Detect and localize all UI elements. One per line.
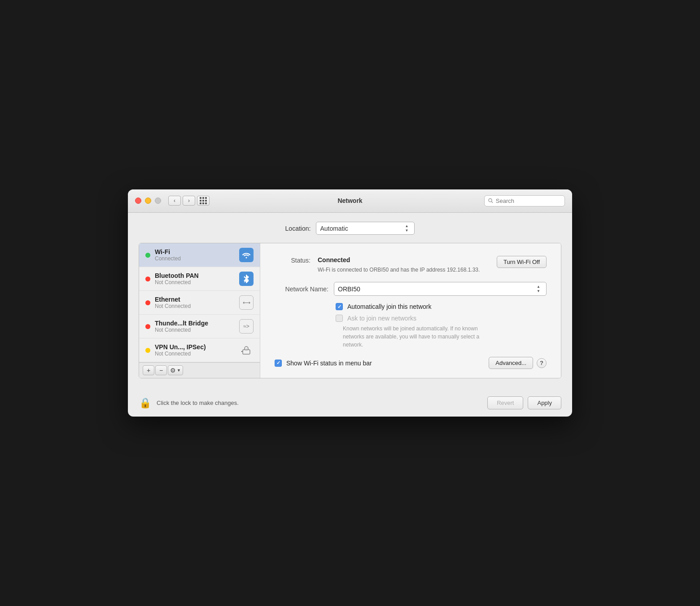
- detail-panel: Status: Connected Wi-Fi is connected to …: [260, 243, 561, 378]
- revert-button[interactable]: Revert: [487, 396, 523, 409]
- network-name-ethernet: Ethernet: [155, 296, 235, 303]
- minimize-button[interactable]: [145, 198, 151, 204]
- thunderbolt-icon: ≈>: [239, 319, 254, 334]
- auto-join-checkbox[interactable]: ✓: [336, 303, 343, 310]
- ask-join-label: Ask to join new networks: [347, 315, 416, 322]
- lock-icon[interactable]: 🔒: [139, 397, 151, 409]
- help-button[interactable]: ?: [537, 358, 547, 368]
- search-input[interactable]: [496, 198, 561, 204]
- sidebar-item-vpn[interactable]: VPN Un..., IPSec) Not Connected: [139, 338, 260, 362]
- grid-view-button[interactable]: [197, 196, 210, 206]
- location-label: Location:: [285, 225, 311, 232]
- network-stepper-down-icon: ▼: [534, 289, 542, 294]
- location-stepper[interactable]: ▲ ▼: [402, 224, 411, 233]
- status-row: Status: Connected Wi-Fi is connected to …: [275, 256, 547, 274]
- network-status-wifi: Connected: [155, 255, 235, 262]
- vpn-icon: [239, 343, 254, 357]
- network-status-thunderbolt: Not Connected: [155, 327, 235, 333]
- footer-buttons: Revert Apply: [487, 396, 561, 409]
- network-name-label: Network Name:: [275, 285, 328, 293]
- location-row: Location: Automatic ▲ ▼: [139, 222, 561, 235]
- advanced-button[interactable]: Advanced...: [489, 357, 533, 369]
- apply-button[interactable]: Apply: [528, 396, 561, 409]
- bluetooth-icon: [239, 272, 254, 286]
- network-info-wifi: Wi-Fi Connected: [155, 248, 235, 262]
- auto-join-label: Automatically join this network: [347, 303, 432, 310]
- add-network-button[interactable]: +: [143, 365, 154, 375]
- sidebar-toolbar: + − ⚙ ▼: [139, 362, 260, 378]
- sidebar-item-bluetooth[interactable]: Bluetooth PAN Not Connected: [139, 267, 260, 291]
- status-label: Status:: [275, 256, 311, 264]
- turn-wifi-off-button[interactable]: Turn Wi-Fi Off: [497, 256, 547, 268]
- forward-button[interactable]: ›: [183, 196, 195, 206]
- show-wifi-checkbox[interactable]: ✓: [275, 360, 282, 367]
- network-list: Wi-Fi Connected: [139, 243, 260, 362]
- network-name-thunderbolt: Thunde...lt Bridge: [155, 320, 235, 327]
- svg-point-0: [489, 199, 492, 202]
- svg-rect-4: [245, 349, 248, 351]
- footer: 🔒 Click the lock to make changes. Revert…: [128, 389, 572, 417]
- network-info-bluetooth: Bluetooth PAN Not Connected: [155, 272, 235, 285]
- back-button[interactable]: ‹: [168, 196, 181, 206]
- gear-icon: ⚙: [170, 367, 176, 374]
- advanced-area: Advanced... ?: [489, 357, 547, 369]
- hint-text: Known networks will be joined automatica…: [343, 325, 495, 349]
- main-content: Location: Automatic ▲ ▼ Wi-Fi: [128, 213, 572, 389]
- network-info-vpn: VPN Un..., IPSec) Not Connected: [155, 343, 235, 357]
- nav-buttons: ‹ ›: [168, 196, 195, 206]
- network-name-vpn: VPN Un..., IPSec): [155, 343, 235, 351]
- search-icon: [488, 198, 493, 203]
- network-name-wifi: Wi-Fi: [155, 248, 235, 255]
- status-dot-ethernet: [145, 300, 150, 305]
- ask-join-checkbox[interactable]: [336, 315, 343, 322]
- network-info-ethernet: Ethernet Not Connected: [155, 296, 235, 309]
- network-stepper-up-icon: ▲: [534, 285, 542, 289]
- traffic-lights: [135, 198, 161, 204]
- sidebar-item-thunderbolt[interactable]: Thunde...lt Bridge Not Connected ≈>: [139, 315, 260, 338]
- sidebar-item-ethernet[interactable]: Ethernet Not Connected ⟷: [139, 291, 260, 315]
- network-name-row: Network Name: ORBI50 ▲ ▼: [275, 282, 547, 296]
- show-wifi-checkmark: ✓: [276, 360, 280, 366]
- stepper-down-icon: ▼: [402, 228, 411, 233]
- titlebar: ‹ › Network: [128, 189, 572, 213]
- gear-dropdown-icon: ▼: [177, 368, 181, 373]
- main-panel: Wi-Fi Connected: [139, 243, 561, 378]
- search-box[interactable]: [484, 195, 565, 206]
- sidebar: Wi-Fi Connected: [139, 243, 260, 378]
- status-dot-vpn: [145, 348, 150, 353]
- auto-join-row: ✓ Automatically join this network: [336, 303, 547, 310]
- sidebar-item-wifi[interactable]: Wi-Fi Connected: [139, 243, 260, 267]
- network-status-bluetooth: Not Connected: [155, 279, 235, 285]
- gear-button[interactable]: ⚙ ▼: [168, 365, 183, 375]
- status-value: Connected: [318, 256, 350, 263]
- wifi-icon: [239, 248, 254, 262]
- bottom-row: ✓ Show Wi-Fi status in menu bar Advanced…: [275, 357, 547, 369]
- auto-join-checkmark: ✓: [337, 304, 341, 310]
- stepper-up-icon: ▲: [402, 224, 411, 228]
- network-name-bluetooth: Bluetooth PAN: [155, 272, 235, 279]
- ethernet-icon: ⟷: [239, 295, 254, 310]
- fullscreen-button[interactable]: [155, 198, 161, 204]
- svg-line-1: [492, 202, 493, 203]
- window-title: Network: [337, 197, 362, 204]
- network-name-value: ORBI50: [338, 285, 533, 293]
- close-button[interactable]: [135, 198, 141, 204]
- network-status-vpn: Not Connected: [155, 351, 235, 357]
- network-name-select[interactable]: ORBI50 ▲ ▼: [334, 282, 547, 296]
- ask-join-row: Ask to join new networks: [336, 315, 547, 322]
- remove-network-button[interactable]: −: [155, 365, 167, 375]
- lock-text: Click the lock to make changes.: [157, 400, 239, 406]
- network-name-stepper[interactable]: ▲ ▼: [534, 285, 542, 293]
- location-value: Automatic: [320, 225, 401, 232]
- show-wifi-row: ✓ Show Wi-Fi status in menu bar: [275, 360, 372, 367]
- show-wifi-label: Show Wi-Fi status in menu bar: [286, 360, 372, 367]
- location-select[interactable]: Automatic ▲ ▼: [316, 222, 415, 235]
- status-dot-bluetooth: [145, 277, 150, 281]
- network-info-thunderbolt: Thunde...lt Bridge Not Connected: [155, 320, 235, 333]
- status-description: Wi-Fi is connected to ORBI50 and has the…: [318, 266, 490, 274]
- network-status-ethernet: Not Connected: [155, 303, 235, 309]
- status-dot-wifi: [145, 253, 150, 258]
- status-dot-thunderbolt: [145, 324, 150, 329]
- network-preferences-window: ‹ › Network Location: Automatic: [128, 189, 572, 417]
